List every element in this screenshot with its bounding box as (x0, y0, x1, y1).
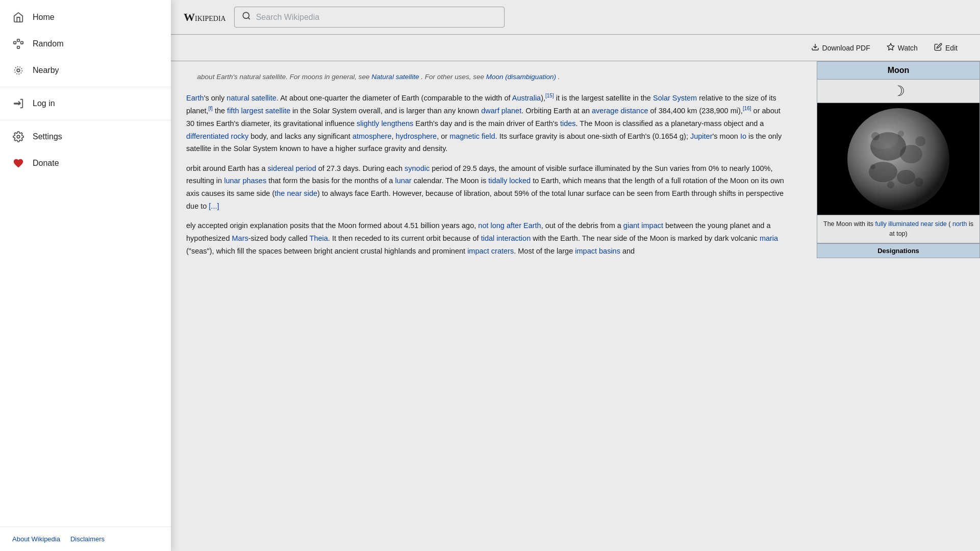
north-link[interactable]: north (952, 220, 967, 228)
reference-link[interactable]: [...] (209, 202, 219, 210)
sidebar-divider-2 (0, 120, 171, 120)
home-icon (12, 11, 24, 23)
jupiter-link[interactable]: Jupiter (690, 132, 713, 140)
edit-button[interactable]: Edit (927, 39, 965, 57)
svg-rect-2 (17, 39, 20, 42)
sidereal-period-link[interactable]: sidereal period (268, 164, 316, 172)
sidebar: Home Random Nearby Log in Se (0, 0, 171, 551)
svg-point-4 (17, 69, 20, 72)
hydrosphere-link[interactable]: hydrosphere (396, 132, 437, 140)
moon-infobox: Moon ☽ (817, 61, 980, 258)
svg-point-18 (897, 170, 915, 184)
svg-point-22 (914, 178, 923, 187)
logo-text: WIKIPEDIA (184, 11, 226, 23)
article-area: about Earth's natural satellite. For moo… (171, 61, 980, 551)
fifth-largest-link[interactable]: fifth largest satellite (227, 107, 290, 115)
search-bar[interactable]: Search Wikipedia (234, 7, 505, 28)
svg-rect-0 (14, 41, 16, 44)
australia-link[interactable]: Australia (512, 94, 541, 102)
tidal-interaction-link[interactable]: tidal interaction (481, 234, 531, 242)
slightly-lengthens-link[interactable]: slightly lengthens (357, 119, 413, 128)
svg-point-23 (898, 131, 904, 137)
magnetic-field-link[interactable]: magnetic field (449, 132, 495, 140)
nearby-icon (12, 64, 24, 77)
sidebar-item-settings-label: Settings (33, 132, 62, 141)
login-icon (12, 97, 24, 110)
natural-satellite-link2[interactable]: natural satellite (227, 94, 277, 102)
sidebar-item-home-label: Home (33, 13, 55, 22)
lunar-phases-link[interactable]: lunar phases (224, 177, 266, 185)
sidebar-item-login[interactable]: Log in (0, 90, 171, 117)
sidebar-divider-1 (0, 87, 171, 87)
svg-point-16 (900, 145, 922, 163)
edit-icon (934, 43, 942, 53)
tidally-locked-link[interactable]: tidally locked (488, 177, 531, 185)
svg-point-7 (17, 135, 20, 138)
infobox-designations-header: Designations (817, 243, 979, 258)
svg-line-9 (248, 17, 249, 19)
dwarf-planet-link[interactable]: dwarf planet (481, 107, 521, 115)
sidebar-item-login-label: Log in (33, 99, 55, 108)
search-icon (242, 11, 251, 23)
download-pdf-button[interactable]: Download PDF (804, 39, 877, 57)
svg-rect-3 (17, 46, 20, 49)
giant-impact-link[interactable]: giant impact (623, 221, 663, 230)
moon-svg (845, 106, 952, 213)
near-side-link[interactable]: the near side (274, 189, 317, 197)
natural-satellite-link[interactable]: Natural satellite (371, 73, 419, 81)
infobox-moon-image (817, 103, 979, 215)
sidebar-item-random[interactable]: Random (0, 31, 171, 57)
sidebar-item-settings[interactable]: Settings (0, 123, 171, 150)
svg-point-24 (870, 164, 875, 169)
hatnote: about Earth's natural satellite. For moo… (186, 71, 789, 83)
svg-marker-11 (887, 43, 894, 50)
sidebar-item-donate[interactable]: Donate (0, 150, 171, 177)
atmosphere-link[interactable]: atmosphere (353, 132, 392, 140)
article-paragraph-1: Earth's only natural satellite. At about… (186, 91, 789, 155)
maria-link[interactable]: maria (760, 234, 778, 242)
earth-link[interactable]: Earth (186, 94, 204, 102)
mars-link[interactable]: Mars (232, 234, 248, 242)
moon-disambiguation-link[interactable]: Moon (disambiguation) (486, 73, 556, 81)
article-paragraph-2: orbit around Earth has a sidereal period… (186, 162, 789, 213)
svg-point-21 (887, 181, 894, 188)
article-paragraph-3: ely accepted origin explanation posits t… (186, 219, 789, 257)
not-long-after-link[interactable]: not long after Earth (478, 221, 541, 230)
donate-icon (12, 157, 24, 169)
impact-craters-link[interactable]: impact craters (467, 247, 514, 255)
svg-point-14 (847, 108, 949, 210)
svg-point-5 (15, 67, 22, 74)
svg-rect-1 (21, 41, 23, 44)
sidebar-item-random-label: Random (33, 39, 63, 48)
impact-basins-link[interactable]: impact basins (575, 247, 620, 255)
lunar-link[interactable]: lunar (395, 177, 411, 185)
io-link[interactable]: Io (740, 132, 746, 140)
sidebar-item-nearby[interactable]: Nearby (0, 57, 171, 84)
tides-link[interactable]: tides (560, 119, 576, 128)
sidebar-nav: Home Random Nearby Log in Se (0, 0, 171, 527)
infobox-symbol: ☽ (817, 80, 979, 103)
infobox-caption: The Moon with its fully illuminated near… (817, 215, 979, 243)
svg-point-25 (868, 129, 898, 149)
svg-point-20 (915, 136, 925, 146)
solar-system-link[interactable]: Solar System (653, 94, 697, 102)
fully-illuminated-link[interactable]: fully illuminated near side (875, 220, 946, 228)
sidebar-item-home[interactable]: Home (0, 4, 171, 31)
download-pdf-label: Download PDF (822, 44, 870, 52)
wiki-logo: WIKIPEDIA (184, 11, 226, 24)
sidebar-item-nearby-label: Nearby (33, 66, 59, 75)
synodic-link[interactable]: synodic (405, 164, 430, 172)
download-icon (811, 43, 819, 53)
theia-link[interactable]: Theia (310, 234, 328, 242)
differentiated-rocky-link[interactable]: differentiated rocky (186, 132, 248, 140)
sidebar-item-donate-label: Donate (33, 159, 59, 168)
search-placeholder[interactable]: Search Wikipedia (256, 13, 320, 22)
average-distance-link[interactable]: average distance (592, 107, 648, 115)
article-text: about Earth's natural satellite. For moo… (171, 61, 805, 551)
watch-button[interactable]: Watch (880, 39, 925, 57)
random-icon (12, 38, 24, 50)
about-wikipedia-link[interactable]: About Wikipedia (12, 535, 60, 543)
sidebar-footer: About Wikipedia Disclaimers (0, 527, 171, 551)
watch-label: Watch (898, 44, 918, 52)
disclaimers-link[interactable]: Disclaimers (70, 535, 105, 543)
